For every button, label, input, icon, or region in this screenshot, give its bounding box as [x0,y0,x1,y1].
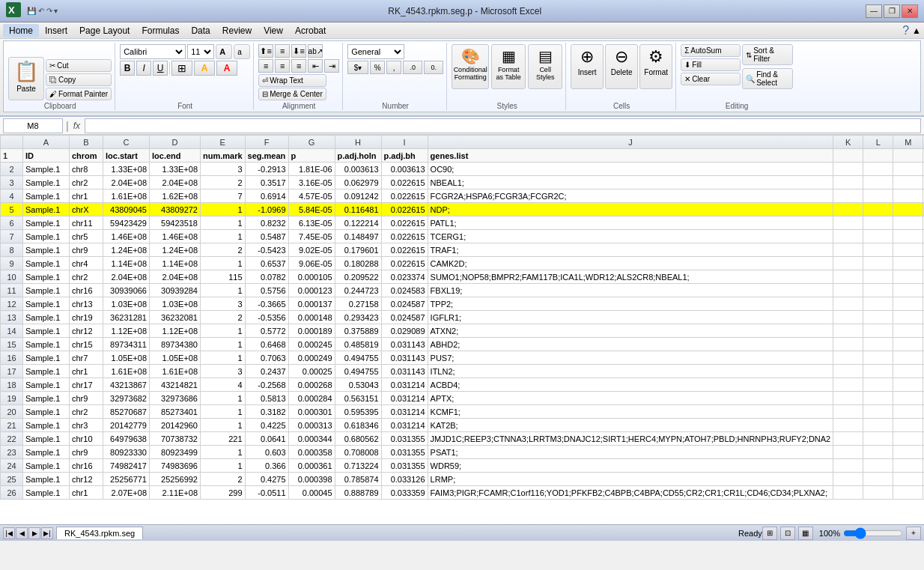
spreadsheet-cell[interactable] [863,365,893,378]
format-painter-button[interactable]: 🖌 Format Painter [46,88,112,100]
row-number[interactable]: 21 [1,419,23,432]
spreadsheet-cell[interactable] [833,446,863,459]
spreadsheet-cell[interactable] [833,338,863,351]
spreadsheet-cell[interactable]: 1.33E+08 [103,163,150,176]
spreadsheet-cell[interactable]: 0.6537 [245,257,288,270]
spreadsheet-cell[interactable]: 0.031214 [381,405,428,419]
spreadsheet-cell[interactable]: 3 [201,297,246,311]
spreadsheet-cell[interactable] [863,378,893,392]
spreadsheet-cell[interactable] [833,270,863,284]
col-header-g[interactable]: G [288,136,335,149]
spreadsheet-cell[interactable]: chr1 [70,190,103,203]
align-top-left-button[interactable]: ⬆≡ [258,44,273,58]
spreadsheet-cell[interactable]: 3 [201,163,246,176]
spreadsheet-cell[interactable] [893,419,923,432]
cut-button[interactable]: ✂ Cut [46,59,112,72]
spreadsheet-cell[interactable] [893,446,923,459]
menu-review[interactable]: Review [216,24,258,37]
spreadsheet-cell[interactable]: 7 [201,190,246,203]
spreadsheet-cell[interactable]: 0.00045 [288,486,335,500]
spreadsheet-cell[interactable] [893,459,923,473]
spreadsheet-cell[interactable]: 0.180288 [335,257,381,270]
spreadsheet-cell[interactable]: 1.61E+08 [103,365,150,378]
ribbon-collapse[interactable]: ▲ [912,25,921,36]
spreadsheet-cell[interactable]: Sample.1 [23,338,70,351]
decrease-indent-button[interactable]: ⇤ [308,59,323,73]
spreadsheet-cell[interactable]: 2.04E+08 [103,270,150,284]
menu-acrobat[interactable]: Acrobat [289,24,332,37]
spreadsheet-cell[interactable] [893,230,923,243]
spreadsheet-cell[interactable]: 0.000249 [288,351,335,365]
spreadsheet-cell[interactable] [833,190,863,203]
spreadsheet-cell[interactable]: 1.46E+08 [103,230,150,243]
spreadsheet-cell[interactable]: 0.122214 [335,216,381,230]
row-number[interactable]: 8 [1,243,23,257]
col-header-i[interactable]: I [381,136,428,149]
row-number[interactable]: 24 [1,459,23,473]
spreadsheet-cell[interactable]: 32973682 [103,392,150,405]
col-header-c[interactable]: C [103,136,150,149]
sheet-next-button[interactable]: ▶ [28,527,40,539]
spreadsheet-cell[interactable]: 1.12E+08 [150,324,201,338]
spreadsheet-cell[interactable]: 1.12E+08 [103,324,150,338]
spreadsheet-cell[interactable] [833,405,863,419]
spreadsheet-cell[interactable] [893,190,923,203]
spreadsheet-cell[interactable]: NDP; [428,203,833,216]
spreadsheet-cell[interactable]: 0.27158 [335,297,381,311]
spreadsheet-cell[interactable]: 1 [201,284,246,297]
spreadsheet-cell[interactable] [863,257,893,270]
spreadsheet-cell[interactable]: 0.000361 [288,459,335,473]
restore-button[interactable]: ❐ [884,4,900,18]
spreadsheet-cell[interactable] [833,230,863,243]
spreadsheet-cell[interactable]: Sample.1 [23,284,70,297]
spreadsheet-cell[interactable]: 0.031214 [381,392,428,405]
spreadsheet-cell[interactable]: 59423518 [150,216,201,230]
spreadsheet-cell[interactable]: 299 [201,486,246,500]
spreadsheet-cell[interactable]: 0.5756 [245,284,288,297]
spreadsheet-cell[interactable] [893,324,923,338]
spreadsheet-cell[interactable]: PATL1; [428,216,833,230]
spreadsheet-cell[interactable]: 0.244723 [335,284,381,297]
col-header-f[interactable]: F [245,136,288,149]
menu-view[interactable]: View [258,24,289,37]
spreadsheet-cell[interactable]: chr4 [70,257,103,270]
spreadsheet-cell[interactable]: 0.031355 [381,432,428,446]
formula-input[interactable] [85,118,921,133]
spreadsheet-cell[interactable]: 9.02E-05 [288,243,335,257]
col-header-m[interactable]: M [893,136,923,149]
spreadsheet-cell[interactable]: -0.3665 [245,297,288,311]
spreadsheet-cell[interactable]: Sample.1 [23,446,70,459]
row-number[interactable]: 15 [1,338,23,351]
number-format-select[interactable]: General [347,44,404,59]
spreadsheet-cell[interactable]: 1.33E+08 [150,163,201,176]
spreadsheet-cell[interactable]: Sample.1 [23,459,70,473]
decrease-decimal-button[interactable]: 0. [424,61,443,74]
spreadsheet-cell[interactable]: 25256771 [103,473,150,486]
spreadsheet-cell[interactable]: 0.293423 [335,311,381,324]
spreadsheet-cell[interactable]: Sample.1 [23,324,70,338]
clear-button[interactable]: ✕ Clear [681,73,741,85]
spreadsheet-cell[interactable] [833,311,863,324]
spreadsheet-cell[interactable] [863,243,893,257]
spreadsheet-cell[interactable]: 0.000137 [288,297,335,311]
spreadsheet-cell[interactable]: Sample.1 [23,365,70,378]
spreadsheet-cell[interactable]: Sample.1 [23,230,70,243]
copy-button[interactable]: ⿻ Copy [46,73,112,86]
spreadsheet-cell[interactable]: 1 [201,230,246,243]
col-header-l[interactable]: L [863,136,893,149]
spreadsheet-cell[interactable]: 2.04E+08 [150,270,201,284]
spreadsheet-cell[interactable]: KCMF1; [428,405,833,419]
close-button[interactable]: ✕ [902,4,918,18]
spreadsheet-cell[interactable]: 1 [201,203,246,216]
spreadsheet-cell[interactable]: IGFLR1; [428,311,833,324]
spreadsheet-cell[interactable]: NBEAL1; [428,176,833,190]
spreadsheet-cell[interactable]: 0.023374 [381,270,428,284]
spreadsheet-cell[interactable]: 2.07E+08 [103,486,150,500]
spreadsheet-cell[interactable]: 36232081 [150,311,201,324]
spreadsheet-cell[interactable]: 0.000313 [288,419,335,432]
page-break-view-button[interactable]: ▦ [798,527,813,540]
spreadsheet-cell[interactable]: 0.148497 [335,230,381,243]
row-number[interactable]: 3 [1,176,23,190]
spreadsheet-cell[interactable]: 89734311 [103,338,150,351]
spreadsheet-cell[interactable]: 0.4275 [245,473,288,486]
